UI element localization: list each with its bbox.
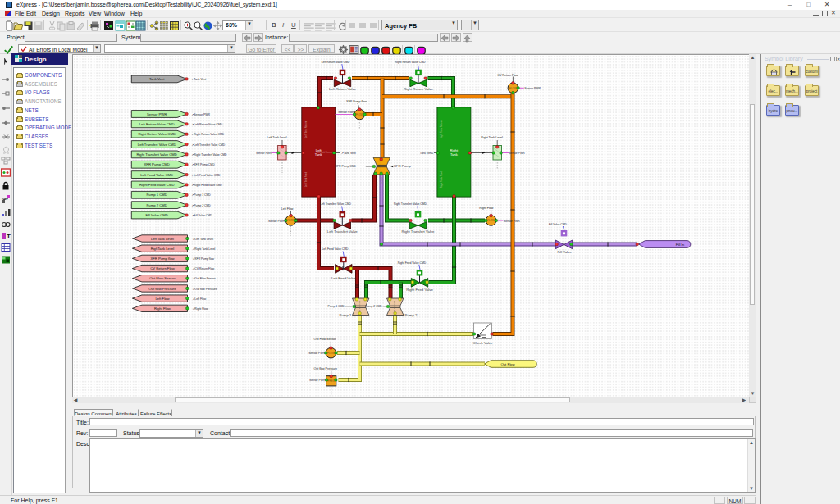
svg-text:FLOW: FLOW	[509, 87, 517, 90]
svg-text:Left Return Valve CMD: Left Return Valve CMD	[322, 61, 350, 64]
svg-text:Sensor PWR: Sensor PWR	[309, 379, 326, 382]
svg-text:Left tank Reservoir: Left tank Reservoir	[317, 151, 335, 154]
svg-text:↗Tank Vent: ↗Tank Vent	[192, 78, 207, 81]
svg-text:↗Pump 1 CMD: ↗Pump 1 CMD	[192, 193, 212, 197]
svg-text:Left Feed Valve: Left Feed Valve	[331, 276, 356, 280]
svg-text:XFR Pump: XFR Pump	[394, 164, 412, 168]
svg-text:↗Right Return Valve CMD: ↗Right Return Valve CMD	[192, 133, 225, 136]
svg-text:↗Right Transfert Valve CMD: ↗Right Transfert Valve CMD	[192, 153, 227, 157]
svg-text:Sensor PWR: Sensor PWR	[268, 220, 285, 223]
svg-text:Right Feed Valve CMD: Right Feed Valve CMD	[398, 261, 427, 265]
svg-text:T: T	[7, 233, 11, 240]
svg-text:↗Out Flow Sensor: ↗Out Flow Sensor	[193, 277, 217, 280]
svg-text:↗Left Flow: ↗Left Flow	[193, 297, 207, 301]
svg-text:Right Transfert Valve CMD: Right Transfert Valve CMD	[136, 152, 177, 157]
svg-text:Left Feed Valve CMD: Left Feed Valve CMD	[140, 173, 173, 177]
svg-text:Tank: Tank	[450, 152, 459, 157]
svg-text:↗Left Return Valve CMD: ↗Left Return Valve CMD	[192, 123, 223, 126]
svg-text:↗XFR Pump CMD: ↗XFR Pump CMD	[192, 163, 216, 166]
svg-text:FLOW: FLOW	[356, 113, 363, 116]
svg-text:Right Transfert Valve: Right Transfert Valve	[402, 229, 435, 234]
svg-text:Out Flow: Out Flow	[500, 362, 515, 366]
svg-text:↗Pump 2 CMD: ↗Pump 2 CMD	[192, 204, 212, 207]
svg-text:Sensor PWR: Sensor PWR	[256, 152, 272, 155]
svg-text:Sensor PWR: Sensor PWR	[338, 111, 354, 114]
svg-text:Left Tank Feed: Left Tank Feed	[304, 171, 308, 187]
svg-text:CV Return Flow: CV Return Flow	[497, 74, 518, 77]
svg-text:Right Tank Return: Right Tank Return	[440, 120, 443, 138]
svg-text:Right Tank Feed: Right Tank Feed	[440, 170, 443, 188]
svg-text:XFR Pump flow: XFR Pump flow	[150, 257, 175, 261]
svg-text:↗Tank Vent: ↗Tank Vent	[341, 152, 356, 155]
svg-text:Tank Vent: Tank Vent	[149, 77, 165, 81]
svg-text:Left Return Valve CMD: Left Return Valve CMD	[139, 122, 175, 126]
svg-text:↗Left Tank Level: ↗Left Tank Level	[193, 238, 214, 241]
svg-text:↗Fill Valve CMD: ↗Fill Valve CMD	[192, 214, 213, 217]
svg-text:Right Feed Valve CMD: Right Feed Valve CMD	[139, 183, 175, 187]
svg-text:Fill Valve: Fill Valve	[557, 250, 572, 254]
svg-text:Sensor PWR: Sensor PWR	[509, 152, 525, 155]
svg-text:Left Transfert Valve CMD: Left Transfert Valve CMD	[138, 143, 176, 147]
svg-text:↗Left Transfert Valve CMD: ↗Left Transfert Valve CMD	[192, 143, 226, 147]
svg-text:NET: NET	[2, 197, 9, 201]
svg-text:Right Return Valve CMD: Right Return Valve CMD	[395, 61, 426, 64]
svg-text:FLOW: FLOW	[487, 219, 495, 222]
svg-text:Pump 2 CMD: Pump 2 CMD	[365, 305, 382, 308]
svg-text:↗Right Tank Level: ↗Right Tank Level	[193, 247, 216, 251]
svg-text:Left Transfert Valve CMD: Left Transfert Valve CMD	[320, 202, 351, 206]
svg-text:Check Valve: Check Valve	[473, 341, 493, 345]
svg-text:Right Tank Level: Right Tank Level	[481, 136, 503, 139]
svg-text:Left Tank Level: Left Tank Level	[267, 136, 286, 139]
svg-text:Out flow Pressure: Out flow Pressure	[313, 367, 337, 370]
svg-text:RighTank Level: RighTank Level	[151, 247, 175, 251]
svg-text:↗XFR Pump flow: ↗XFR Pump flow	[193, 257, 215, 261]
svg-text:↗CV Return Flow: ↗CV Return Flow	[193, 267, 215, 270]
svg-text:Pump 1 CMD: Pump 1 CMD	[147, 193, 167, 197]
svg-text:↗Sensor PWR: ↗Sensor PWR	[192, 113, 211, 116]
svg-text:Right Flow: Right Flow	[479, 207, 493, 210]
svg-text:Right Return Valve CMD: Right Return Valve CMD	[138, 132, 176, 136]
svg-text:Fill In: Fill In	[676, 243, 685, 247]
svg-text:CV Return Flow: CV Return Flow	[150, 266, 176, 270]
svg-text:↗Right Feed Valve CMD: ↗Right Feed Valve CMD	[192, 184, 223, 187]
svg-text:↗Right Flow: ↗Right Flow	[193, 307, 208, 311]
svg-text:Left Flow: Left Flow	[281, 207, 294, 211]
svg-text:Out Flow Sensor: Out Flow Sensor	[149, 276, 176, 280]
svg-text:FLOW: FLOW	[287, 219, 294, 222]
svg-text:FLOW: FLOW	[327, 352, 335, 355]
svg-text:Left Return Valve: Left Return Valve	[329, 87, 356, 91]
svg-text:Tank Vent2: Tank Vent2	[420, 152, 434, 155]
svg-text:Right Transfert Valve CMD: Right Transfert Valve CMD	[394, 202, 427, 206]
svg-text:Pump 2: Pump 2	[405, 313, 418, 317]
svg-text:Right Feed Valve: Right Feed Valve	[406, 288, 433, 292]
svg-text:Sensor PWR: Sensor PWR	[524, 87, 541, 90]
svg-text:Sensor PWR: Sensor PWR	[147, 112, 167, 116]
svg-text:XFR Pump flow: XFR Pump flow	[346, 100, 367, 103]
svg-text:Pump 1: Pump 1	[340, 313, 352, 317]
svg-text:Fill Valve CMD: Fill Valve CMD	[145, 213, 167, 217]
svg-text:Sensor PWR: Sensor PWR	[504, 220, 520, 223]
svg-text:Out Flow Sensor: Out Flow Sensor	[314, 338, 337, 341]
svg-text:Left Tank Level: Left Tank Level	[151, 237, 174, 241]
svg-text:Right Flow: Right Flow	[154, 306, 171, 311]
svg-text:Left Flow: Left Flow	[155, 297, 170, 301]
svg-text:Out flow Pressure: Out flow Pressure	[148, 287, 176, 291]
svg-text:Pump 1 CMD: Pump 1 CMD	[327, 305, 345, 308]
svg-text:Pump 2 CMD: Pump 2 CMD	[147, 203, 167, 207]
svg-text:XFR Pump CMD: XFR Pump CMD	[336, 165, 357, 168]
svg-text:Sensor PWR: Sensor PWR	[308, 352, 325, 355]
svg-text:PRES: PRES	[328, 379, 335, 383]
svg-text:Left Feed Valve CMD: Left Feed Valve CMD	[322, 247, 349, 251]
svg-text:XFR Pump CMD: XFR Pump CMD	[144, 162, 170, 166]
svg-text:↗Left Feed Valve CMD: ↗Left Feed Valve CMD	[192, 174, 221, 177]
svg-text:Left Transfert Valve: Left Transfert Valve	[327, 229, 358, 234]
svg-text:Right Return Valve: Right Return Valve	[404, 87, 433, 91]
svg-text:Left Tank Return: Left Tank Return	[304, 120, 308, 138]
svg-text:Fill Valve CMD: Fill Valve CMD	[549, 223, 568, 226]
svg-text:↗Out flow Pressure: ↗Out flow Pressure	[193, 288, 217, 291]
